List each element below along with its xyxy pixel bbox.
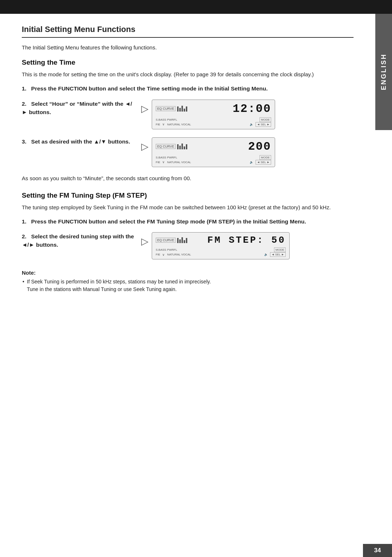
step2-number: 2. [22, 101, 26, 107]
step2-label: Select “Hour” or “Minute” with the ◄/► b… [22, 101, 132, 115]
step2-fie: FIE [156, 123, 160, 126]
step1-row: 1. Press the FUNCTION button and select … [22, 84, 354, 93]
fm-step2-row: 2. Select the desired tuning step with t… [22, 232, 354, 259]
step1-number: 1. [22, 85, 26, 92]
note-bullet1: If Seek Tuning is performed in 50 kHz st… [27, 278, 354, 293]
step2-natural: NATURAL VOCAL [167, 123, 191, 126]
fm-step1-number: 1. [22, 218, 26, 225]
step2-time: 12:00 [189, 102, 271, 116]
step2-sel: ◄ SEL ► [256, 122, 271, 127]
top-bar [0, 0, 392, 14]
note-bullet2: Tune in the stations with Manual Tuning … [27, 286, 177, 292]
step1-text: Press the FUNCTION button and select the… [31, 85, 268, 92]
step2-eq-label: EQ CURVE [156, 106, 176, 111]
step3-sbass: S.BASS PWRFL [156, 156, 177, 159]
step2-device: EQ CURVE 12:00 S.BASS PWRFL MODE FIE [152, 100, 275, 129]
fm-step2-sbass: S.BASS PWRFL [156, 248, 177, 251]
section1-intro: This is the mode for setting the time on… [22, 70, 354, 78]
step3-sel: ◄ SEL ► [256, 160, 271, 165]
step2-row: 2. Select “Hour” or “Minute” with the ◄/… [22, 100, 354, 129]
note-section: Note: If Seek Tuning is performed in 50 … [22, 270, 354, 293]
side-tab-label: ENGLISH [380, 53, 388, 90]
step3-row: 3. Set as desired with the ▲/▼ buttons. … [22, 137, 354, 167]
step3-natural: NATURAL VOCAL [167, 161, 191, 164]
section-setting-time: Setting the Time This is the mode for se… [22, 58, 354, 181]
fm-step2-number: 2. [22, 233, 26, 239]
side-tab: ENGLISH [375, 14, 392, 130]
fm-step2-device: EQ CURVE FM STEP: 50 S.BASS PWRFL MODE [152, 232, 290, 259]
note-text: If Seek Tuning is performed in 50 kHz st… [22, 278, 354, 293]
step2-arrow: ▷ [138, 103, 152, 114]
fm-step2-sel: ◄ SEL ► [270, 252, 286, 257]
step3-label: Set as desired with the ▲/▼ buttons. [31, 138, 130, 145]
step3-arrow: ▷ [138, 141, 152, 152]
step3-bars [177, 144, 187, 149]
section1-title: Setting the Time [22, 58, 354, 66]
step2-mode: MODE [260, 117, 271, 122]
step3-eq-label: EQ CURVE [156, 144, 176, 149]
section2-intro: The tuning step employed by Seek Tuning … [22, 203, 354, 211]
step3-mode: MODE [260, 155, 271, 160]
step2-text: 2. Select “Hour” or “Minute” with the ◄/… [22, 100, 138, 117]
fm-step2-eq-label: EQ CURVE [156, 238, 176, 243]
page-number-bar: 34 [363, 544, 392, 557]
fm-step2-mode: MODE [274, 247, 286, 252]
step3-text: 3. Set as desired with the ▲/▼ buttons. [22, 137, 138, 146]
fm-step2-fie: FIE [156, 253, 160, 256]
step2-sbass: S.BASS PWRFL [156, 118, 177, 121]
fm-step2-arrow: ▷ [138, 236, 152, 247]
fm-step1-text: Press the FUNCTION button and select the… [31, 218, 306, 225]
fm-step2-text: 2. Select the desired tuning step with t… [22, 232, 138, 249]
fm-step1-row: 1. Press the FUNCTION button and select … [22, 217, 354, 226]
as-soon-text: As soon as you switch to “Minute”, the s… [22, 175, 354, 181]
step3-number: 3. [22, 138, 26, 145]
fm-step2-label: Select the desired tuning step with the … [22, 233, 134, 248]
step2-bars [177, 106, 187, 112]
section2-title: Setting the FM Tuning Step (FM STEP) [22, 191, 354, 199]
intro-text: The Initial Setting Menu features the fo… [22, 44, 354, 51]
page-number: 34 [374, 547, 381, 554]
fm-step2-display: FM STEP: 50 [189, 235, 286, 246]
step3-time: 200 [189, 140, 271, 153]
section-fm-step: Setting the FM Tuning Step (FM STEP) The… [22, 191, 354, 294]
step3-fie: FIE [156, 161, 160, 164]
note-label: Note: [22, 270, 354, 276]
fm-step2-bars [177, 237, 187, 243]
fm-step2-natural: NATURAL VOCAL [167, 253, 191, 256]
step3-device: EQ CURVE 200 S.BASS PWRFL MODE FIE [152, 137, 275, 167]
page-title: Initial Setting Menu Functions [22, 25, 354, 38]
